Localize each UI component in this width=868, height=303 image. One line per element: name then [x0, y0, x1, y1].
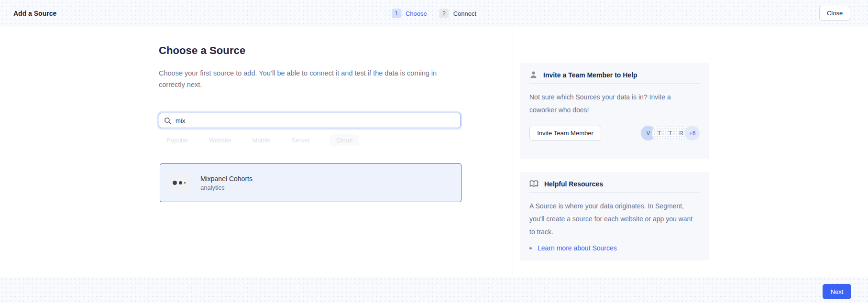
resources-panel-title: Helpful Resources: [544, 180, 603, 188]
filter-tabs: Popular Website Mobile Server Cloud: [165, 134, 359, 146]
filter-tab-mobile[interactable]: Mobile: [252, 134, 272, 146]
page-description: Choose your first source to add. You’ll …: [159, 67, 446, 90]
search-box: [159, 113, 461, 128]
bottom-bar: Next: [0, 277, 868, 303]
page-title: Add a Source: [13, 10, 56, 17]
invite-actions-row: Invite Team Member V T T R +6: [529, 126, 700, 141]
filter-tab-popular[interactable]: Popular: [165, 134, 189, 146]
filter-tab-website[interactable]: Website: [208, 134, 232, 146]
search-icon: [164, 117, 171, 124]
main-content: Choose a Source Choose your first source…: [159, 27, 461, 277]
resources-link-list: Learn more about Sources: [529, 244, 700, 252]
page-heading: Choose a Source: [159, 44, 245, 57]
invite-panel-title: Invite a Team Member to Help: [543, 71, 637, 79]
invite-panel-text: Not sure which Sources your data is in? …: [529, 91, 692, 117]
invite-team-member-button[interactable]: Invite Team Member: [529, 126, 601, 141]
book-icon: [529, 180, 538, 188]
resources-panel-header: Helpful Resources: [529, 172, 700, 189]
step-label: Connect: [453, 10, 476, 17]
step-connect: 2 Connect: [439, 9, 476, 18]
resources-panel: Helpful Resources A Source is where your…: [520, 172, 709, 260]
source-meta: Mixpanel Cohorts analytics: [200, 175, 253, 191]
invite-panel: Invite a Team Member to Help Not sure wh…: [520, 63, 709, 159]
person-icon: [529, 71, 538, 79]
source-category: analytics: [200, 184, 253, 191]
step-number-badge: 1: [392, 9, 401, 18]
divider: [529, 192, 700, 193]
step-choose[interactable]: 1 Choose: [392, 9, 427, 18]
resources-panel-text: A Source is where your data originates. …: [529, 200, 694, 238]
mixpanel-logo-icon: [169, 173, 189, 193]
learn-more-sources-link[interactable]: Learn more about Sources: [538, 244, 617, 252]
add-source-page: Add a Source 1 Choose 2 Connect Close Ch…: [0, 0, 868, 303]
search-input[interactable]: [176, 117, 455, 124]
top-bar: Add a Source 1 Choose 2 Connect Close: [0, 0, 868, 27]
invite-panel-header: Invite a Team Member to Help: [529, 63, 700, 80]
list-item: Learn more about Sources: [529, 244, 700, 252]
source-card-mixpanel-cohorts[interactable]: Mixpanel Cohorts analytics: [160, 163, 461, 202]
avatar-overflow-badge: +6: [685, 126, 700, 141]
filter-tab-cloud[interactable]: Cloud: [330, 134, 359, 146]
bullet-icon: [529, 247, 532, 249]
step-number-badge: 2: [439, 9, 449, 18]
close-button[interactable]: Close: [819, 6, 850, 21]
source-name: Mixpanel Cohorts: [200, 175, 253, 183]
team-avatar-stack: V T T R +6: [641, 126, 700, 141]
wizard-stepper: 1 Choose 2 Connect: [392, 9, 476, 18]
sidebar-divider: [513, 27, 513, 277]
next-button[interactable]: Next: [823, 284, 851, 299]
step-label: Choose: [406, 10, 427, 17]
divider: [529, 83, 700, 84]
filter-tab-server[interactable]: Server: [291, 134, 311, 146]
